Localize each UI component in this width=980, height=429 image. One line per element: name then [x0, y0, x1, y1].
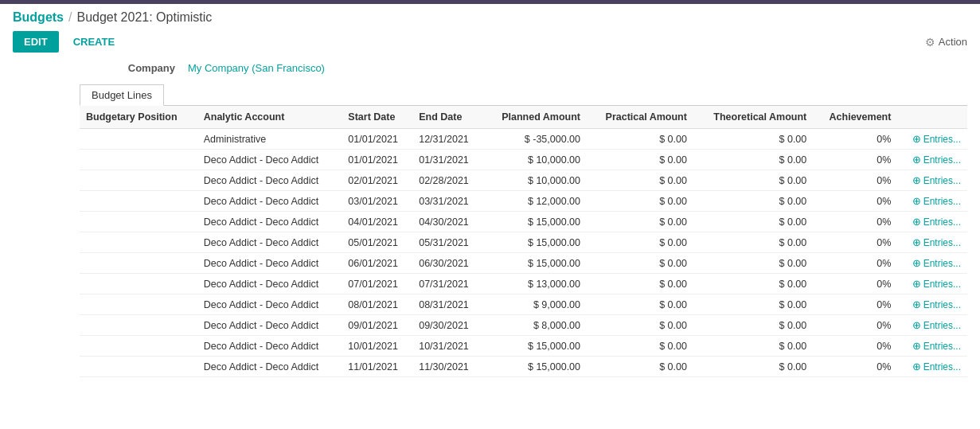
cell-planned-amount: $ 9,000.00 [483, 294, 587, 315]
col-budgetary-position: Budgetary Position [80, 106, 197, 129]
entries-label: Entries... [923, 320, 961, 331]
edit-button[interactable]: EDIT [13, 31, 59, 53]
cell-end-date: 11/30/2021 [412, 357, 483, 377]
cell-practical-amount: $ 0.00 [587, 212, 693, 232]
budget-lines-table-wrapper: Budgetary Position Analytic Account Star… [80, 105, 967, 377]
entries-icon: ⊕ [912, 195, 921, 207]
cell-entries[interactable]: ⊕Entries... [897, 129, 967, 150]
table-row: Deco Addict - Deco Addict11/01/202111/30… [80, 357, 967, 377]
entries-icon: ⊕ [912, 361, 921, 372]
cell-analytic-account: Deco Addict - Deco Addict [197, 212, 342, 232]
company-value[interactable]: My Company (San Francisco) [188, 62, 325, 74]
cell-theoretical-amount: $ 0.00 [693, 150, 813, 170]
cell-end-date: 05/31/2021 [412, 232, 483, 253]
entries-icon: ⊕ [912, 133, 921, 145]
table-row: Deco Addict - Deco Addict05/01/202105/31… [80, 232, 967, 253]
cell-entries[interactable]: ⊕Entries... [897, 232, 967, 253]
cell-end-date: 12/31/2021 [412, 129, 483, 150]
cell-start-date: 08/01/2021 [342, 294, 412, 315]
cell-analytic-account: Deco Addict - Deco Addict [197, 294, 342, 315]
table-row: Deco Addict - Deco Addict09/01/202109/30… [80, 315, 967, 336]
cell-entries[interactable]: ⊕Entries... [897, 212, 967, 232]
company-label: Company [80, 62, 175, 74]
entries-label: Entries... [923, 341, 961, 352]
breadcrumb: Budgets / Budget 2021: Optimistic [0, 4, 980, 28]
col-entries [897, 106, 967, 129]
cell-end-date: 10/31/2021 [412, 336, 483, 357]
cell-analytic-account: Deco Addict - Deco Addict [197, 232, 342, 253]
table-body: Administrative01/01/202112/31/2021$ -35,… [80, 129, 967, 377]
action-menu[interactable]: ⚙ Action [925, 36, 967, 49]
entries-label: Entries... [923, 196, 961, 207]
cell-analytic-account: Deco Addict - Deco Addict [197, 336, 342, 357]
cell-entries[interactable]: ⊕Entries... [897, 170, 967, 191]
cell-achievement: 0% [813, 274, 897, 294]
cell-budgetary-position [80, 170, 197, 191]
cell-achievement: 0% [813, 212, 897, 232]
cell-budgetary-position [80, 232, 197, 253]
cell-end-date: 07/31/2021 [412, 274, 483, 294]
table-row: Deco Addict - Deco Addict07/01/202107/31… [80, 274, 967, 294]
tab-budget-lines[interactable]: Budget Lines [80, 84, 164, 106]
col-planned-amount: Planned Amount [483, 106, 587, 129]
cell-entries[interactable]: ⊕Entries... [897, 191, 967, 212]
cell-end-date: 02/28/2021 [412, 170, 483, 191]
cell-achievement: 0% [813, 232, 897, 253]
entries-icon: ⊕ [912, 319, 921, 331]
cell-planned-amount: $ -35,000.00 [483, 129, 587, 150]
cell-planned-amount: $ 8,000.00 [483, 315, 587, 336]
cell-start-date: 01/01/2021 [342, 150, 412, 170]
cell-entries[interactable]: ⊕Entries... [897, 315, 967, 336]
breadcrumb-link-budgets[interactable]: Budgets [13, 10, 64, 25]
cell-start-date: 07/01/2021 [342, 274, 412, 294]
cell-achievement: 0% [813, 170, 897, 191]
cell-entries[interactable]: ⊕Entries... [897, 357, 967, 377]
col-analytic-account: Analytic Account [197, 106, 342, 129]
create-button[interactable]: CREATE [65, 31, 123, 53]
cell-budgetary-position [80, 253, 197, 274]
cell-entries[interactable]: ⊕Entries... [897, 150, 967, 170]
cell-analytic-account: Deco Addict - Deco Addict [197, 170, 342, 191]
table-row: Deco Addict - Deco Addict01/01/202101/31… [80, 150, 967, 170]
col-achievement: Achievement [813, 106, 897, 129]
table-row: Deco Addict - Deco Addict08/01/202108/31… [80, 294, 967, 315]
cell-end-date: 08/31/2021 [412, 294, 483, 315]
cell-end-date: 06/30/2021 [412, 253, 483, 274]
entries-icon: ⊕ [912, 174, 921, 186]
cell-practical-amount: $ 0.00 [587, 315, 693, 336]
cell-theoretical-amount: $ 0.00 [693, 170, 813, 191]
cell-analytic-account: Deco Addict - Deco Addict [197, 191, 342, 212]
cell-achievement: 0% [813, 336, 897, 357]
cell-start-date: 10/01/2021 [342, 336, 412, 357]
cell-entries[interactable]: ⊕Entries... [897, 336, 967, 357]
cell-practical-amount: $ 0.00 [587, 274, 693, 294]
cell-achievement: 0% [813, 357, 897, 377]
action-label: Action [939, 36, 967, 48]
cell-practical-amount: $ 0.00 [587, 232, 693, 253]
cell-end-date: 01/31/2021 [412, 150, 483, 170]
cell-theoretical-amount: $ 0.00 [693, 212, 813, 232]
entries-icon: ⊕ [912, 278, 921, 290]
cell-analytic-account: Deco Addict - Deco Addict [197, 150, 342, 170]
table-row: Deco Addict - Deco Addict06/01/202106/30… [80, 253, 967, 274]
cell-achievement: 0% [813, 253, 897, 274]
entries-label: Entries... [923, 175, 961, 186]
cell-start-date: 06/01/2021 [342, 253, 412, 274]
cell-theoretical-amount: $ 0.00 [693, 357, 813, 377]
cell-entries[interactable]: ⊕Entries... [897, 253, 967, 274]
cell-start-date: 01/01/2021 [342, 129, 412, 150]
cell-planned-amount: $ 15,000.00 [483, 253, 587, 274]
breadcrumb-separator: / [68, 10, 72, 25]
cell-start-date: 11/01/2021 [342, 357, 412, 377]
cell-start-date: 02/01/2021 [342, 170, 412, 191]
cell-entries[interactable]: ⊕Entries... [897, 294, 967, 315]
cell-achievement: 0% [813, 129, 897, 150]
cell-budgetary-position [80, 294, 197, 315]
table-row: Deco Addict - Deco Addict02/01/202102/28… [80, 170, 967, 191]
cell-entries[interactable]: ⊕Entries... [897, 274, 967, 294]
col-practical-amount: Practical Amount [587, 106, 693, 129]
col-end-date: End Date [412, 106, 483, 129]
cell-theoretical-amount: $ 0.00 [693, 315, 813, 336]
cell-practical-amount: $ 0.00 [587, 294, 693, 315]
cell-planned-amount: $ 10,000.00 [483, 150, 587, 170]
